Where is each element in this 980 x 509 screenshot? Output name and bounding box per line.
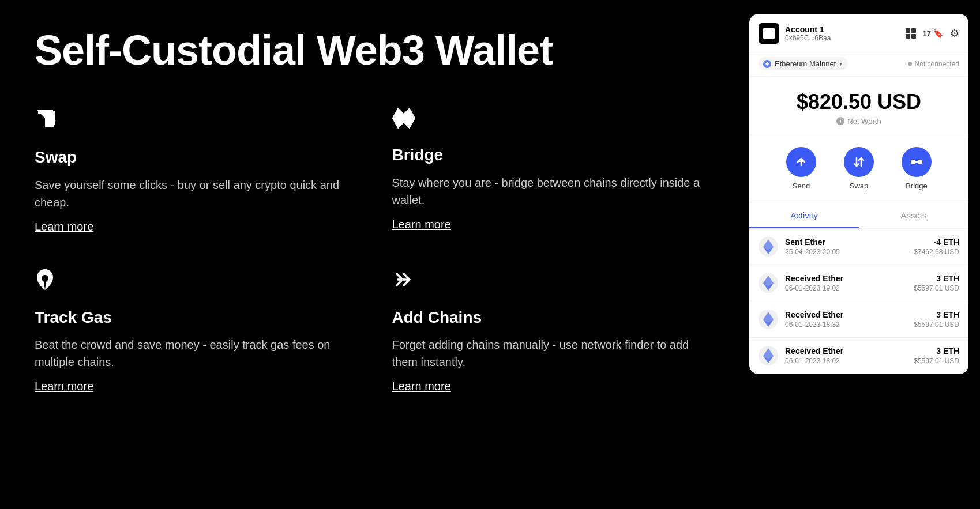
account-info: Account 1 0xb95C...6Baa — [785, 25, 831, 42]
swap-learn-more[interactable]: Learn more — [35, 220, 93, 233]
grid-icon[interactable] — [906, 28, 916, 39]
swap-button[interactable]: Swap — [844, 147, 874, 190]
tx-name-2: Received Ether — [785, 310, 907, 319]
svg-marker-3 — [392, 108, 415, 129]
svg-rect-1 — [45, 118, 54, 127]
tx-date-0: 25-04-2023 20:05 — [785, 248, 904, 256]
tab-activity[interactable]: Activity — [749, 202, 859, 228]
chevron-down-icon: ▾ — [839, 61, 842, 67]
tx-amount-0: -4 ETH -$7462.68 USD — [911, 237, 959, 256]
tab-assets[interactable]: Assets — [859, 202, 968, 228]
account-address: 0xb95C...6Baa — [785, 34, 831, 42]
add-chains-desc: Forget adding chains manually - use netw… — [392, 336, 704, 371]
bridge-icon — [392, 108, 704, 134]
wallet-header-right: 17 🔖 ⚙ — [906, 27, 959, 40]
wallet-avatar — [759, 23, 779, 44]
tx-eth-3: 3 ETH — [914, 346, 959, 356]
tx-eth-1: 3 ETH — [914, 274, 959, 283]
bridge-label: Bridge — [906, 182, 928, 190]
add-chains-title: Add Chains — [392, 308, 704, 327]
send-label: Send — [793, 182, 810, 190]
tx-amount-1: 3 ETH $5597.01 USD — [914, 274, 959, 292]
tx-item-1: Received Ether 06-01-2023 19:02 3 ETH $5… — [749, 265, 968, 301]
tx-usd-2: $5597.01 USD — [914, 321, 959, 329]
feature-bridge: Bridge Stay where you are - bridge betwe… — [392, 108, 704, 233]
tx-usd-3: $5597.01 USD — [914, 357, 959, 365]
tx-info-1: Received Ether 06-01-2023 19:02 — [785, 274, 907, 292]
bridge-learn-more[interactable]: Learn more — [392, 218, 451, 231]
tx-name-1: Received Ether — [785, 274, 907, 283]
tx-info-2: Received Ether 06-01-2023 18:32 — [785, 310, 907, 329]
balance-amount: $820.50 USD — [759, 91, 959, 114]
tx-item-2: Received Ether 06-01-2023 18:32 3 ETH $5… — [749, 301, 968, 338]
main-title: Self-Custodial Web3 Wallet — [35, 28, 703, 73]
account-name: Account 1 — [785, 25, 831, 34]
settings-icon[interactable]: ⚙ — [950, 27, 959, 40]
bridge-circle — [902, 147, 932, 177]
tx-date-3: 06-01-2023 18:02 — [785, 357, 907, 365]
wallet-header-left: Account 1 0xb95C...6Baa — [759, 23, 831, 44]
swap-circle — [844, 147, 874, 177]
network-bar: ◆ Ethereum Mainnet ▾ Not connected — [749, 51, 968, 77]
send-button[interactable]: Send — [786, 147, 816, 190]
tx-item-0: Sent Ether 25-04-2023 20:05 -4 ETH -$746… — [749, 229, 968, 265]
bridge-button[interactable]: Bridge — [902, 147, 932, 190]
right-panel: Account 1 0xb95C...6Baa 17 🔖 ⚙ — [738, 0, 980, 509]
track-gas-title: Track Gas — [35, 308, 346, 327]
network-selector[interactable]: ◆ Ethereum Mainnet ▾ — [759, 57, 848, 70]
bridge-desc: Stay where you are - bridge between chai… — [392, 174, 704, 209]
connection-status: Not connected — [908, 60, 959, 68]
tx-date-1: 06-01-2023 19:02 — [785, 284, 907, 292]
add-chains-learn-more[interactable]: Learn more — [392, 380, 451, 393]
info-icon[interactable]: i — [836, 117, 844, 125]
tx-usd-1: $5597.01 USD — [914, 284, 959, 292]
track-gas-desc: Beat the crowd and save money - easily t… — [35, 336, 346, 371]
wallet-card: Account 1 0xb95C...6Baa 17 🔖 ⚙ — [749, 14, 968, 374]
eth-dot-icon: ◆ — [763, 60, 771, 68]
feature-track-gas: Track Gas Beat the crowd and save money … — [35, 268, 346, 394]
balance-section: $820.50 USD i Net Worth — [749, 77, 968, 135]
notification-badge[interactable]: 17 🔖 — [923, 29, 943, 38]
network-name: Ethereum Mainnet — [775, 59, 836, 68]
swap-icon — [35, 108, 346, 136]
tx-item-3: Received Ether 06-01-2023 18:02 3 ETH $5… — [749, 338, 968, 374]
bridge-title: Bridge — [392, 145, 704, 165]
action-buttons: Send Swap — [749, 135, 968, 202]
features-grid: Swap Save yourself some clicks - buy or … — [35, 108, 703, 393]
transaction-list: Sent Ether 25-04-2023 20:05 -4 ETH -$746… — [749, 229, 968, 374]
tx-name-0: Sent Ether — [785, 237, 904, 247]
tx-eth-icon-3 — [759, 346, 778, 365]
left-panel: Self-Custodial Web3 Wallet Swap Save you… — [0, 0, 738, 509]
tx-eth-2: 3 ETH — [914, 310, 959, 319]
tx-amount-2: 3 ETH $5597.01 USD — [914, 310, 959, 329]
tx-eth-0: -4 ETH — [911, 237, 959, 247]
tx-amount-3: 3 ETH $5597.01 USD — [914, 346, 959, 365]
tx-usd-0: -$7462.68 USD — [911, 248, 959, 256]
add-chains-icon — [392, 268, 704, 296]
balance-label: i Net Worth — [759, 117, 959, 126]
tx-name-3: Received Ether — [785, 346, 907, 356]
track-gas-icon — [35, 268, 346, 296]
wallet-header: Account 1 0xb95C...6Baa 17 🔖 ⚙ — [749, 14, 968, 51]
tx-date-2: 06-01-2023 18:32 — [785, 321, 907, 329]
tabs: Activity Assets — [749, 202, 968, 229]
tx-info-3: Received Ether 06-01-2023 18:02 — [785, 346, 907, 365]
tx-eth-icon-2 — [759, 310, 778, 329]
track-gas-learn-more[interactable]: Learn more — [35, 380, 93, 393]
wallet-avatar-inner — [763, 28, 775, 39]
tx-eth-icon-1 — [759, 273, 778, 293]
swap-desc: Save yourself some clicks - buy or sell … — [35, 176, 346, 211]
notification-icon: 🔖 — [933, 29, 943, 38]
not-connected-dot — [908, 62, 912, 66]
feature-swap: Swap Save yourself some clicks - buy or … — [35, 108, 346, 233]
tx-info-0: Sent Ether 25-04-2023 20:05 — [785, 237, 904, 256]
feature-add-chains: Add Chains Forget adding chains manually… — [392, 268, 704, 394]
tx-eth-icon-0 — [759, 237, 778, 257]
swap-label: Swap — [850, 182, 869, 190]
swap-title: Swap — [35, 148, 346, 167]
send-circle — [786, 147, 816, 177]
